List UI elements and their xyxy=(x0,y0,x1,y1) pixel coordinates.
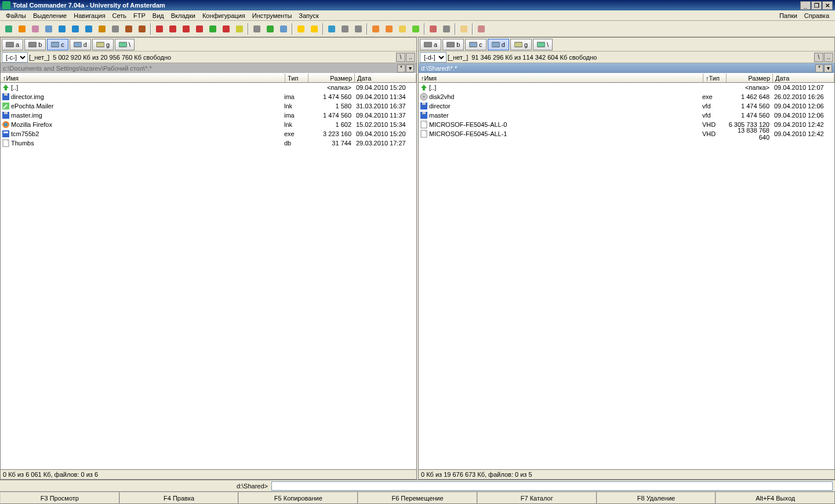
fn-button[interactable]: Alt+F4 Выход xyxy=(716,492,835,504)
fn-button[interactable]: F4 Правка xyxy=(119,492,239,504)
toolbar-arrow-right-icon[interactable] xyxy=(69,23,82,35)
right-tab-fav[interactable]: * xyxy=(815,64,823,72)
toolbar-star-icon[interactable] xyxy=(233,23,246,35)
toolbar-mark-right-icon[interactable] xyxy=(180,23,193,35)
left-col-date[interactable]: Дата xyxy=(355,74,416,82)
menu-папки[interactable]: Папки xyxy=(776,11,801,20)
menu-выделение[interactable]: Выделение xyxy=(30,11,70,20)
command-input[interactable] xyxy=(271,481,833,491)
fn-button[interactable]: F3 Просмотр xyxy=(0,492,119,504)
toolbar-split-icon[interactable] xyxy=(440,23,453,35)
left-file-list[interactable]: [..]<папка>09.04.2010 15:20director.imgi… xyxy=(1,83,416,469)
toolbar-book-icon[interactable] xyxy=(427,23,440,35)
left-col-size[interactable]: Размер xyxy=(308,74,355,82)
toolbar-swap-icon[interactable] xyxy=(82,23,95,35)
toolbar-app4-icon[interactable] xyxy=(409,23,422,35)
toolbar-hammer-icon[interactable] xyxy=(475,23,488,35)
toolbar-notepad-icon[interactable] xyxy=(458,23,470,35)
right-col-date[interactable]: Дата xyxy=(773,74,834,82)
left-file-row[interactable]: director.imgima1 474 56009.04.2010 11:34 xyxy=(1,92,416,101)
right-root-button[interactable]: \ xyxy=(814,53,823,62)
left-file-row[interactable]: master.imgima1 474 56009.04.2010 11:37 xyxy=(1,111,416,120)
menu-инструменты[interactable]: Инструменты xyxy=(249,11,296,20)
right-file-row[interactable]: [..]<папка>09.04.2010 12:07 xyxy=(419,83,834,92)
menu-конфигурация[interactable]: Конфигурация xyxy=(199,11,249,20)
left-path-tab[interactable]: c:\Documents and Settings\lazarev\Рабочи… xyxy=(1,63,416,73)
toolbar-mark-left-icon[interactable] xyxy=(193,23,206,35)
left-col-type[interactable]: Тип xyxy=(285,74,308,82)
toolbar-pack-icon[interactable] xyxy=(122,23,135,35)
right-up-button[interactable]: .. xyxy=(824,53,833,62)
left-file-row[interactable]: ePochta Mailerlnk1 58031.03.2010 16:37 xyxy=(1,101,416,111)
toolbar-plus-icon[interactable] xyxy=(206,23,219,35)
toolbar-tc-icon[interactable] xyxy=(295,23,307,35)
toolbar-app3-icon[interactable] xyxy=(396,23,409,35)
right-file-row[interactable]: directorvfd1 474 56009.04.2010 12:06 xyxy=(419,101,834,111)
minimize-button[interactable]: _ xyxy=(800,1,811,10)
right-col-name[interactable]: ↑Имя xyxy=(419,74,703,82)
right-drive-combo[interactable]: [-d-] xyxy=(420,52,446,63)
toolbar-app2-icon[interactable] xyxy=(383,23,395,35)
menu-вкладки[interactable]: Вкладки xyxy=(168,11,199,20)
left-drive-g[interactable]: g xyxy=(92,39,114,50)
right-col-type[interactable]: ↑Тип xyxy=(703,74,727,82)
right-tab-history[interactable]: ▾ xyxy=(824,64,832,72)
left-root-button[interactable]: \ xyxy=(396,53,405,62)
left-col-name[interactable]: ↑Имя xyxy=(1,74,285,82)
toolbar-tree-icon[interactable] xyxy=(264,23,277,35)
left-file-row[interactable]: Mozilla Firefoxlnk1 60215.02.2010 15:34 xyxy=(1,120,416,129)
left-up-button[interactable]: .. xyxy=(406,53,415,62)
fn-button[interactable]: F6 Перемещение xyxy=(358,492,477,504)
toolbar-fullscreen-icon[interactable] xyxy=(277,23,290,35)
toolbar-globe-icon[interactable] xyxy=(325,23,338,35)
right-file-row[interactable]: MICROSOF-FE5045-ALL-0VHD6 305 733 12009.… xyxy=(419,120,834,129)
left-file-row[interactable]: tcm755b2exe3 223 16009.04.2010 15:20 xyxy=(1,129,416,138)
menu-файлы[interactable]: Файлы xyxy=(2,11,30,20)
toolbar-cpanel-icon[interactable] xyxy=(339,23,351,35)
fn-button[interactable]: F8 Удаление xyxy=(597,492,716,504)
toolbar-unpack-icon[interactable] xyxy=(136,23,148,35)
left-drive-b[interactable]: b xyxy=(24,39,46,50)
menu-сеть[interactable]: Сеть xyxy=(109,11,130,20)
toolbar-mark-up-icon[interactable] xyxy=(153,23,166,35)
toolbar-app1-icon[interactable] xyxy=(369,23,382,35)
toolbar-gear-icon[interactable] xyxy=(16,23,28,35)
left-drive-d[interactable]: d xyxy=(70,39,91,50)
toolbar-mycomp-icon[interactable] xyxy=(352,23,365,35)
right-file-row[interactable]: MICROSOF-FE5045-ALL-1VHD13 838 768 64009… xyxy=(419,129,834,138)
right-drive-a[interactable]: a xyxy=(420,39,441,50)
right-path-tab[interactable]: d:\Shared\*.* * ▾ xyxy=(419,63,834,73)
toolbar-refresh-icon[interactable] xyxy=(2,23,15,35)
left-drive-network[interactable]: \ xyxy=(115,39,135,50)
right-drive-d[interactable]: d xyxy=(488,39,509,50)
toolbar-copy-names-icon[interactable] xyxy=(42,23,55,35)
menu-запуск[interactable]: Запуск xyxy=(295,11,322,20)
right-drive-c[interactable]: c xyxy=(465,39,487,50)
left-tab-history[interactable]: ▾ xyxy=(406,64,414,72)
toolbar-wand-icon[interactable] xyxy=(29,23,42,35)
left-drive-c[interactable]: c xyxy=(47,39,68,50)
right-drive-network[interactable]: \ xyxy=(533,39,553,50)
toolbar-link-icon[interactable] xyxy=(96,23,108,35)
menu-справка[interactable]: Справка xyxy=(801,11,833,20)
fn-button[interactable]: F7 Каталог xyxy=(477,492,597,504)
left-file-row[interactable]: Thumbsdb31 74429.03.2010 17:27 xyxy=(1,138,416,148)
right-drive-g[interactable]: g xyxy=(510,39,532,50)
menu-вид[interactable]: Вид xyxy=(149,11,168,20)
fn-button[interactable]: F5 Копирование xyxy=(238,492,358,504)
toolbar-folder-icon[interactable] xyxy=(308,23,321,35)
close-button[interactable]: ✕ xyxy=(822,1,833,10)
maximize-button[interactable]: ❐ xyxy=(811,1,822,10)
right-col-size[interactable]: Размер xyxy=(727,74,773,82)
right-file-row[interactable]: mastervfd1 474 56009.04.2010 12:06 xyxy=(419,111,834,120)
toolbar-7z-icon[interactable] xyxy=(109,23,122,35)
toolbar-mark-down-icon[interactable] xyxy=(166,23,179,35)
left-file-row[interactable]: [..]<папка>09.04.2010 15:20 xyxy=(1,83,416,92)
left-tab-fav[interactable]: * xyxy=(397,64,405,72)
menu-навигация[interactable]: Навигация xyxy=(70,11,108,20)
right-drive-b[interactable]: b xyxy=(442,39,464,50)
right-file-row[interactable]: disk2vhdexe1 462 64826.02.2010 16:26 xyxy=(419,92,834,101)
menu-ftp[interactable]: FTP xyxy=(130,11,149,20)
toolbar-arrow-left-icon[interactable] xyxy=(56,23,68,35)
toolbar-search-icon[interactable] xyxy=(251,23,263,35)
